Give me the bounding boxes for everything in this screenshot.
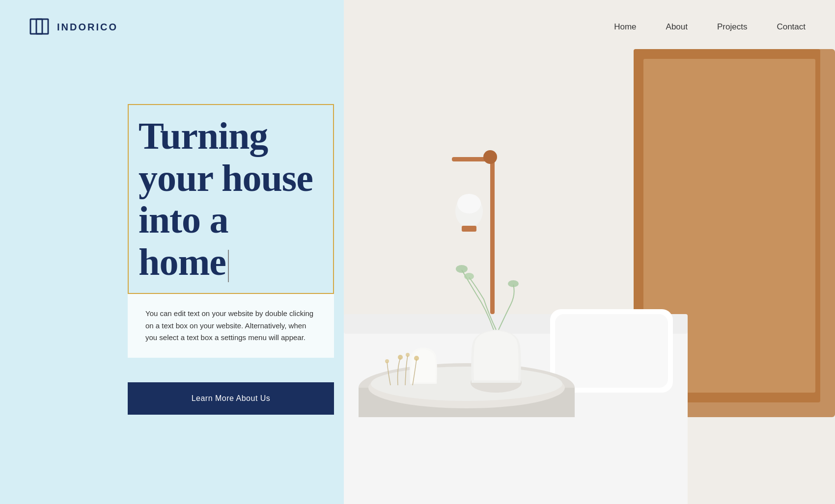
brand-name: INDORICO xyxy=(57,22,118,33)
heading-box: Turning your house into a home xyxy=(128,104,334,294)
logo-area: INDORICO xyxy=(29,17,118,37)
svg-point-23 xyxy=(406,353,410,357)
cursor-line xyxy=(228,250,229,282)
description-box: You can edit text on your website by dou… xyxy=(128,294,334,358)
svg-point-19 xyxy=(456,265,468,273)
hero-section: Turning your house into a home You can e… xyxy=(0,54,334,504)
nav-link-about[interactable]: About xyxy=(666,22,688,31)
nav-item-projects[interactable]: Projects xyxy=(717,22,747,32)
nav-link-home[interactable]: Home xyxy=(614,22,636,31)
nav-links: Home About Projects Contact xyxy=(614,22,806,32)
navbar: INDORICO Home About Projects Contact xyxy=(0,0,835,54)
heading-line2: into a home xyxy=(139,198,228,283)
bedroom-illustration xyxy=(344,0,835,504)
svg-point-25 xyxy=(385,359,389,363)
nav-item-home[interactable]: Home xyxy=(614,22,636,32)
svg-point-17 xyxy=(371,367,562,401)
svg-point-20 xyxy=(464,273,474,280)
svg-rect-10 xyxy=(490,157,495,314)
svg-point-12 xyxy=(483,150,497,164)
logo-icon xyxy=(29,17,51,37)
svg-point-21 xyxy=(508,280,519,287)
description-text: You can edit text on your website by dou… xyxy=(145,308,316,344)
nav-item-about[interactable]: About xyxy=(666,22,688,32)
svg-point-14 xyxy=(457,194,481,213)
nav-link-projects[interactable]: Projects xyxy=(717,22,747,31)
svg-point-24 xyxy=(414,356,419,361)
svg-rect-15 xyxy=(462,226,476,232)
cta-button[interactable]: Learn More About Us xyxy=(128,382,334,415)
bg-right xyxy=(344,0,835,504)
main-heading: Turning your house into a home xyxy=(139,115,318,283)
nav-link-contact[interactable]: Contact xyxy=(777,22,806,31)
svg-point-22 xyxy=(398,355,403,360)
heading-line1: Turning your house xyxy=(139,114,313,199)
nav-item-contact[interactable]: Contact xyxy=(777,22,806,32)
page-wrapper: INDORICO Home About Projects Contact Tur… xyxy=(0,0,835,504)
svg-rect-7 xyxy=(555,314,668,388)
